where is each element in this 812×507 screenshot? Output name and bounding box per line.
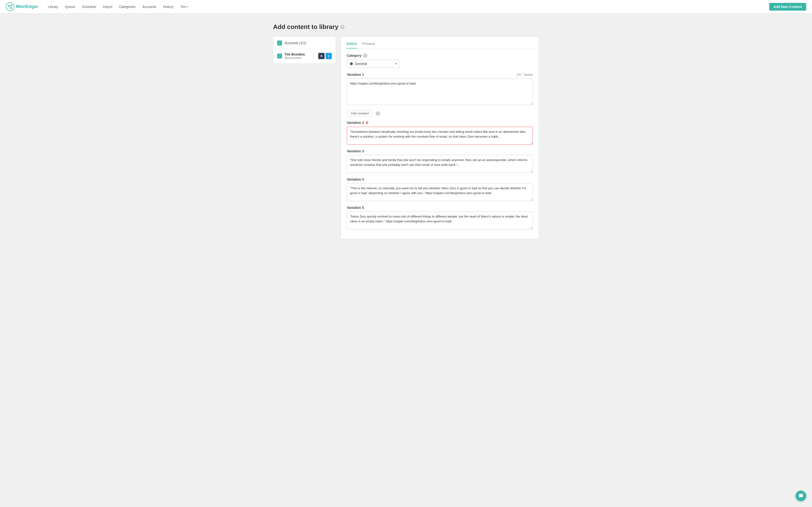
category-caret-icon: ▾ <box>395 62 397 65</box>
nav-links: Library Queue Schedule Import Categories… <box>48 5 769 9</box>
variation-2-title: Variation 2 ⊘ <box>347 120 368 125</box>
nav-schedule[interactable]: Schedule <box>82 5 96 9</box>
nav-user-menu[interactable]: Tim ▾ <box>180 5 188 9</box>
nav-categories[interactable]: Categories <box>119 5 136 9</box>
variation-4-textarea[interactable] <box>347 183 533 201</box>
nav-library[interactable]: Library <box>48 5 58 9</box>
category-name: General <box>355 62 367 66</box>
account-name: Tim Brookes <box>285 52 305 56</box>
variation-1-header: Variation 1 257 Delete <box>347 73 533 76</box>
category-select[interactable]: General ▾ <box>347 60 400 68</box>
accounts-header: ✓ Accounts (1/1) <box>277 41 332 45</box>
account-checkbox[interactable]: ✓ <box>277 54 282 58</box>
main-layout: ✓ Accounts (1/1) ✓ Tim Brookes @timbrook… <box>273 37 539 239</box>
variation-5-title: Variation 5 <box>347 206 364 210</box>
variation-3-title: Variation 3 <box>347 149 364 153</box>
variation-2-error-icon: ⊘ <box>365 120 368 125</box>
buffer-icon: B <box>318 53 324 59</box>
add-new-content-button[interactable]: Add New Content <box>769 3 806 11</box>
accounts-label: Accounts (1/1) <box>285 41 306 45</box>
twitter-icon: t <box>325 53 332 59</box>
category-help-icon[interactable]: ? <box>363 53 367 58</box>
variation-2-header: Variation 2 ⊘ <box>347 120 533 125</box>
svg-point-0 <box>6 3 14 11</box>
accounts-checkbox[interactable]: ✓ <box>277 41 282 45</box>
variation-4-title: Variation 4 <box>347 177 364 181</box>
logo-icon <box>6 2 14 11</box>
nav-history[interactable]: History <box>163 5 173 9</box>
variation-1-textarea[interactable] <box>347 78 533 105</box>
account-info: Tim Brookes @timbrookes <box>285 52 305 60</box>
chevron-down-icon: ▾ <box>187 5 188 8</box>
page-title: Add content to library <box>273 23 338 31</box>
editor-tabs: Editor Preview <box>347 42 533 49</box>
variation-2-label: Variation 2 <box>347 121 364 125</box>
nav-queue[interactable]: Queue <box>65 5 75 9</box>
variation-1-label: Variation 1 <box>347 73 364 76</box>
category-label: Category ? <box>347 53 533 58</box>
add-variation-button[interactable]: Add variation <box>347 110 373 117</box>
variation-1-title: Variation 1 <box>347 73 364 76</box>
accounts-panel: ✓ Accounts (1/1) ✓ Tim Brookes @timbrook… <box>273 37 336 64</box>
accounts-divider <box>277 49 332 49</box>
variation-1-delete[interactable]: Delete <box>524 73 533 76</box>
variation-3-label: Variation 3 <box>347 149 364 153</box>
variation-1-actions: 257 Delete <box>517 73 533 76</box>
category-label-text: Category <box>347 54 361 57</box>
add-variation-row: Add variation ? <box>347 110 533 117</box>
variation-2-textarea[interactable] <box>347 127 533 145</box>
variation-3-header: Variation 3 <box>347 149 533 153</box>
navbar: MeetEdgar Library Queue Schedule Import … <box>0 0 812 13</box>
editor-panel: Editor Preview Category ? General ▾ Vari… <box>341 37 539 239</box>
account-social-icons: B t <box>318 53 332 59</box>
account-row-left: ✓ Tim Brookes @timbrookes <box>277 52 305 60</box>
variation-3-textarea[interactable] <box>347 155 533 173</box>
variation-4-header: Variation 4 <box>347 177 533 181</box>
add-variation-help-icon[interactable]: ? <box>376 111 380 116</box>
account-handle: @timbrookes <box>285 56 305 60</box>
nav-accounts[interactable]: Accounts <box>142 5 156 9</box>
tab-preview[interactable]: Preview <box>362 42 375 49</box>
page-help-icon[interactable]: ? <box>340 25 345 29</box>
category-select-left: General <box>350 62 367 66</box>
variation-4-label: Variation 4 <box>347 177 364 181</box>
variation-5-header: Variation 5 <box>347 206 533 210</box>
page-title-row: Add content to library ? <box>273 23 539 31</box>
account-row: ✓ Tim Brookes @timbrookes B t <box>277 52 332 60</box>
brand-logo[interactable]: MeetEdgar <box>6 2 38 11</box>
variation-5-label: Variation 5 <box>347 206 364 210</box>
brand-name: MeetEdgar <box>16 4 38 9</box>
category-dot <box>350 62 353 65</box>
variation-1-char-count: 257 <box>517 73 522 76</box>
page-container: Add content to library ? ✓ Accounts (1/1… <box>268 13 544 249</box>
nav-import[interactable]: Import <box>103 5 112 9</box>
tab-editor[interactable]: Editor <box>347 42 357 49</box>
svg-line-6 <box>9 6 11 8</box>
nav-user-name: Tim <box>180 5 186 9</box>
variation-5-textarea[interactable] <box>347 212 533 229</box>
